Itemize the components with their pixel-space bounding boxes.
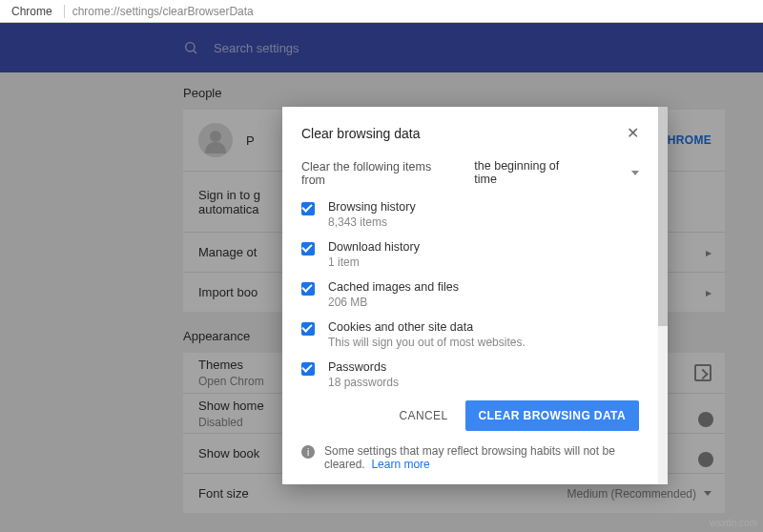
option-label: Passwords: [328, 360, 399, 374]
info-icon: i: [301, 445, 315, 459]
dialog-scrollbar[interactable]: [658, 107, 668, 484]
option-download-history[interactable]: Download history 1 item: [301, 240, 639, 269]
option-cached-images[interactable]: Cached images and files 206 MB: [301, 280, 639, 309]
checkbox-checked-icon[interactable]: [301, 242, 315, 256]
option-label: Download history: [328, 240, 420, 254]
clear-data-button[interactable]: CLEAR BROWSING DATA: [465, 400, 639, 431]
checkbox-checked-icon[interactable]: [301, 202, 315, 215]
browser-name: Chrome: [0, 5, 65, 18]
dialog-title: Clear browsing data: [301, 126, 421, 141]
option-sub: 1 item: [328, 256, 420, 269]
option-sub: This will sign you out of most websites.: [328, 336, 526, 349]
checkbox-checked-icon[interactable]: [301, 322, 315, 336]
learn-more-link[interactable]: Learn more: [371, 458, 429, 471]
url-text: chrome://settings/clearBrowserData: [65, 5, 261, 18]
cancel-button[interactable]: CANCEL: [399, 409, 447, 422]
dialog-footer-note: i Some settings that may reflect browsin…: [301, 444, 639, 471]
option-label: Cookies and other site data: [328, 320, 526, 334]
address-bar: Chrome chrome://settings/clearBrowserDat…: [0, 0, 763, 23]
option-label: Browsing history: [328, 200, 416, 214]
option-sub: 206 MB: [328, 296, 459, 309]
time-range-value: the beginning of time: [474, 159, 584, 186]
close-icon[interactable]: ✕: [627, 124, 639, 142]
time-range-select[interactable]: the beginning of time: [474, 159, 639, 187]
checkbox-checked-icon[interactable]: [301, 282, 315, 296]
option-browsing-history[interactable]: Browsing history 8,343 items: [301, 200, 639, 229]
scrollbar-thumb[interactable]: [658, 107, 668, 326]
option-label: Cached images and files: [328, 280, 459, 294]
checkbox-checked-icon[interactable]: [301, 362, 315, 376]
clear-browsing-data-dialog: Clear browsing data ✕ Clear the followin…: [282, 107, 668, 484]
option-passwords[interactable]: Passwords 18 passwords: [301, 360, 639, 389]
option-sub: 18 passwords: [328, 376, 399, 389]
caret-down-icon: [631, 171, 639, 175]
note-text: Some settings that may reflect browsing …: [324, 444, 615, 471]
watermark: wsxdn.com: [710, 518, 757, 528]
option-cookies[interactable]: Cookies and other site data This will si…: [301, 320, 639, 349]
option-sub: 8,343 items: [328, 215, 416, 229]
range-label: Clear the following items from: [301, 160, 457, 187]
